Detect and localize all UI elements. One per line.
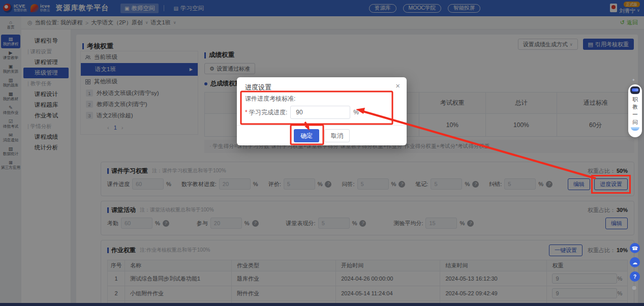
wave-decoration [631, 127, 639, 131]
assistant-widget[interactable]: 职 教 一 问 [628, 84, 642, 137]
sparkle-icon: ✦ [632, 78, 635, 82]
customer-service-button[interactable]: ☎ [630, 243, 640, 253]
confirm-button[interactable]: 确定 [294, 129, 319, 142]
progress-settings-dialog: 进度设置 × 课件进度考核标准: 学习完成进度: % 确定 取消 [237, 77, 407, 145]
modal-mask[interactable] [0, 0, 644, 306]
cloud-download-button[interactable]: ☁ [630, 257, 640, 267]
standard-label: 课件进度考核标准: [245, 95, 295, 103]
question-icon: ? [633, 274, 636, 280]
close-icon[interactable]: × [395, 81, 400, 90]
completion-progress-label: 学习完成进度: [245, 108, 287, 117]
completion-progress-input[interactable] [290, 106, 350, 119]
cloud-download-icon: ☁ [632, 260, 637, 265]
dialog-title: 进度设置 [245, 83, 271, 92]
percent-unit: % [353, 109, 359, 116]
collapse-widgets-icon[interactable]: ⊗ [632, 285, 636, 291]
help-button[interactable]: ? [630, 271, 640, 282]
robot-icon [630, 86, 640, 94]
app-window: ICVE智慧职教 icve职教云 资源库教学平台 ▣ 教师空间 ▤ 学习空间 资… [0, 0, 644, 306]
cancel-button[interactable]: 取消 [324, 129, 350, 142]
customer-service-icon: ☎ [632, 246, 638, 251]
assistant-label: 职 教 一 问 [632, 96, 638, 126]
